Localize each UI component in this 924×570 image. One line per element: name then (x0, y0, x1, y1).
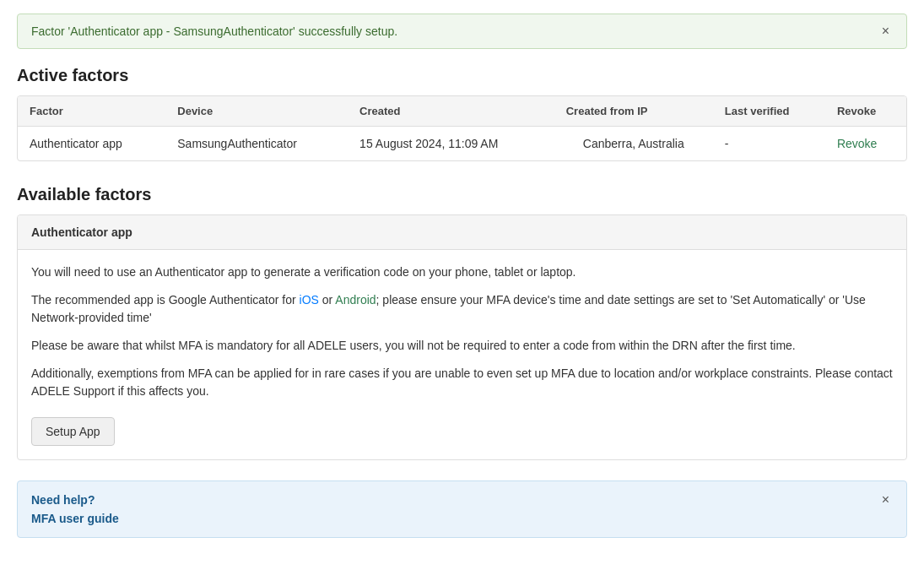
cell-factor: Authenticator app (18, 127, 165, 161)
cell-last-verified: - (713, 127, 825, 161)
cell-created-from-ip: Canberra, Australia (554, 127, 713, 161)
para2-middle: or (319, 293, 335, 307)
revoke-link[interactable]: Revoke (837, 137, 877, 150)
active-factors-table: Factor Device Created Created from IP La… (18, 96, 906, 160)
help-box-close-button[interactable]: × (878, 493, 893, 507)
cell-created: 15 August 2024, 11:09 AM (348, 127, 554, 161)
factor-para-4: Additionally, exemptions from MFA can be… (31, 365, 893, 400)
col-header-revoke: Revoke (825, 96, 906, 127)
para2-prefix: The recommended app is Google Authentica… (31, 293, 300, 307)
authenticator-app-card: Authenticator app You will need to use a… (17, 214, 907, 460)
col-header-device: Device (165, 96, 348, 127)
android-link[interactable]: Android (335, 293, 376, 307)
success-banner: Factor 'Authenticator app - SamsungAuthe… (17, 14, 907, 49)
available-factors-section: Available factors Authenticator app You … (17, 185, 907, 460)
setup-app-button[interactable]: Setup App (31, 417, 115, 446)
table-header-row: Factor Device Created Created from IP La… (18, 96, 906, 127)
help-box-title: Need help? (31, 493, 119, 507)
factor-card-title: Authenticator app (18, 215, 906, 250)
success-banner-text: Factor 'Authenticator app - SamsungAuthe… (31, 24, 397, 38)
help-box-content: Need help? MFA user guide (31, 493, 119, 525)
available-factors-heading: Available factors (17, 185, 907, 204)
factor-card-body: You will need to use an Authenticator ap… (18, 250, 906, 459)
table-row: Authenticator app SamsungAuthenticator 1… (18, 127, 906, 161)
help-box: Need help? MFA user guide × (17, 480, 907, 538)
factor-para-1: You will need to use an Authenticator ap… (31, 263, 893, 281)
cell-device: SamsungAuthenticator (165, 127, 348, 161)
cell-revoke[interactable]: Revoke (825, 127, 906, 161)
col-header-created-from-ip: Created from IP (554, 96, 713, 127)
factor-para-3: Please be aware that whilst MFA is manda… (31, 337, 893, 355)
col-header-created: Created (348, 96, 554, 127)
active-factors-heading: Active factors (17, 66, 907, 85)
active-factors-table-wrapper: Factor Device Created Created from IP La… (17, 95, 907, 161)
mfa-user-guide-link[interactable]: MFA user guide (31, 512, 119, 525)
banner-close-button[interactable]: × (878, 24, 893, 38)
active-factors-section: Active factors Factor Device Created Cre… (17, 66, 907, 161)
factor-para-2: The recommended app is Google Authentica… (31, 291, 893, 327)
col-header-factor: Factor (18, 96, 165, 127)
col-header-last-verified: Last verified (713, 96, 825, 127)
ios-link[interactable]: iOS (300, 293, 319, 307)
